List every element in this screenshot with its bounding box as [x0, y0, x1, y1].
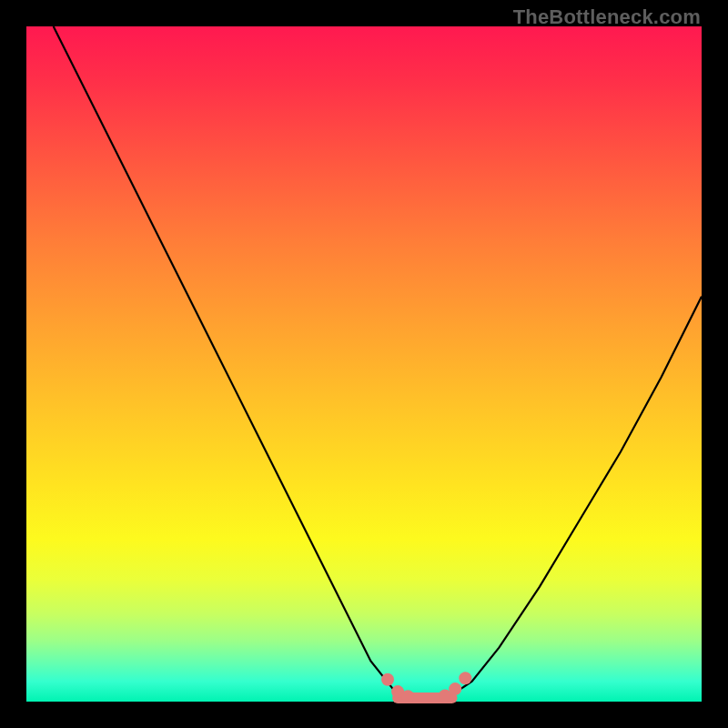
curve-layer	[26, 26, 702, 702]
plot-area	[26, 26, 702, 702]
marker-dot	[449, 682, 461, 695]
chart-frame: TheBottleneck.com	[0, 0, 728, 728]
marker-dot	[381, 673, 394, 686]
bottleneck-curve	[54, 26, 702, 702]
marker-dot	[459, 672, 471, 684]
marker-dot	[401, 690, 414, 703]
